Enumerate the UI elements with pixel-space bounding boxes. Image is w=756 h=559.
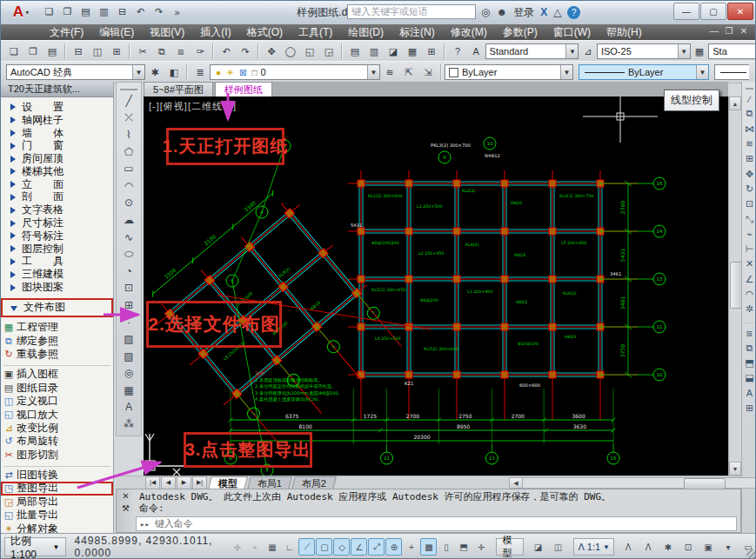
sidebar-item-block-pattern[interactable]: 图块图案 bbox=[1, 281, 113, 294]
arc-icon[interactable]: ◠ bbox=[117, 177, 141, 195]
draworder-below-icon[interactable]: ⬓ bbox=[742, 370, 756, 385]
tab-layout2[interactable]: 布局2 bbox=[291, 476, 337, 489]
command-input[interactable] bbox=[153, 517, 736, 530]
new-icon[interactable]: ❏ bbox=[5, 43, 23, 60]
matchprop-icon[interactable]: ✑ bbox=[191, 43, 209, 60]
sidebar-item-bind-xref[interactable]: ⧉绑定参照 bbox=[1, 334, 113, 347]
anno-vis-icon[interactable]: Λ bbox=[619, 538, 637, 556]
workspace-save-icon[interactable]: ◧ bbox=[165, 63, 183, 81]
hatch-icon[interactable]: ▨ bbox=[117, 330, 141, 348]
horizontal-scrollbar[interactable]: ◀ ▶ bbox=[509, 477, 756, 489]
menu-item[interactable]: 文件(F) bbox=[43, 24, 90, 40]
array-icon[interactable]: ⊞ bbox=[742, 151, 756, 166]
angle-toggle[interactable]: ∠ bbox=[351, 538, 367, 556]
revcloud-icon[interactable]: ☁ bbox=[117, 211, 141, 229]
dist-icon[interactable]: ⊞ bbox=[742, 401, 756, 416]
sidebar-item-dimension[interactable]: 尺寸标注 bbox=[1, 216, 113, 230]
sidebar-item-section[interactable]: 剖 面 bbox=[1, 191, 113, 204]
layer-states-icon[interactable]: ≋ bbox=[381, 63, 398, 81]
spline-icon[interactable]: ∿ bbox=[117, 229, 141, 246]
gradient-icon[interactable]: ▧ bbox=[117, 348, 141, 365]
table-style-combo[interactable]: Sta bbox=[708, 43, 756, 59]
draworder-front-icon[interactable]: ⧈ bbox=[742, 325, 756, 340]
rectangle-icon[interactable]: ▭ bbox=[117, 160, 141, 177]
make-block-icon[interactable]: ⊞ bbox=[117, 296, 141, 314]
sidebar-item-door-window[interactable]: 门 窗 bbox=[1, 139, 113, 152]
scale-button[interactable]: 比例 1:100 ▼ bbox=[4, 537, 66, 556]
explode-icon[interactable]: ✲ bbox=[742, 302, 756, 316]
sidebar-item-export-partial[interactable]: ◲局部导出 bbox=[1, 496, 113, 509]
viewport-label[interactable]: [-][俯视][二维线框] bbox=[149, 100, 237, 113]
sidebar-item-define-viewport[interactable]: ◫定义视口 bbox=[1, 395, 113, 408]
text-style-combo[interactable]: Standard ▼ bbox=[485, 43, 579, 59]
offset-icon[interactable]: ≋ bbox=[742, 136, 756, 151]
doc-restore-button[interactable]: ❐ bbox=[723, 26, 735, 36]
tab-prev-icon[interactable]: ◀ bbox=[161, 476, 176, 489]
undo-icon[interactable]: ↶ bbox=[217, 43, 235, 60]
tab-model[interactable]: 模型 bbox=[208, 476, 248, 489]
workspace-settings-icon[interactable]: ✱ bbox=[146, 63, 164, 81]
layer-match-icon[interactable]: ⇲ bbox=[419, 63, 437, 81]
plot-icon[interactable]: ⊟ bbox=[114, 3, 130, 20]
toolbar-grip[interactable] bbox=[746, 83, 753, 90]
help-icon[interactable]: ? bbox=[449, 43, 466, 60]
saveas-icon[interactable]: ▥ bbox=[96, 3, 112, 20]
ducs-toggle[interactable]: ⬒ bbox=[455, 538, 472, 556]
xline-icon[interactable]: ⤫ bbox=[117, 110, 141, 127]
ellipse-arc-icon[interactable]: ◔ bbox=[117, 263, 141, 280]
tab-next-icon[interactable]: ▶ bbox=[177, 476, 191, 489]
more-icon[interactable]: » bbox=[169, 3, 185, 20]
menu-item[interactable]: 参数(P) bbox=[496, 24, 545, 40]
zoom-window-icon[interactable]: ◱ bbox=[301, 43, 318, 60]
erase-icon[interactable]: ∕ bbox=[742, 91, 756, 106]
color-combo[interactable]: ByLayer ▼ bbox=[445, 64, 573, 80]
menu-item[interactable]: 标注(N) bbox=[392, 24, 442, 40]
fillet-icon[interactable]: ◠ bbox=[742, 287, 756, 302]
dyn-ucs-toggle[interactable]: + bbox=[403, 538, 419, 556]
toolpalette-icon[interactable]: ◪ bbox=[385, 43, 402, 60]
point-style-icon[interactable]: ⁂ bbox=[117, 416, 141, 433]
command-close-icon[interactable]: ✕ bbox=[122, 491, 129, 501]
open-icon[interactable]: ❐ bbox=[59, 3, 76, 20]
command-wrench-icon[interactable]: ⚒ bbox=[122, 503, 130, 513]
save-icon[interactable]: ▤ bbox=[43, 43, 61, 60]
doc-close-button[interactable]: ✕ bbox=[738, 26, 750, 36]
doc-tab-plan[interactable]: 5~8#平面图 bbox=[144, 82, 213, 96]
menu-item[interactable]: 插入(I) bbox=[193, 24, 238, 40]
tray-icon[interactable]: ▣ bbox=[699, 538, 717, 556]
polyline-icon[interactable]: ⌇ bbox=[117, 126, 141, 143]
publish-icon[interactable]: ⊞ bbox=[108, 43, 125, 60]
anno-auto-icon[interactable]: Λ bbox=[639, 538, 657, 556]
line-icon[interactable]: ╱ bbox=[117, 92, 141, 110]
dd-icon[interactable]: ▾ bbox=[719, 538, 737, 556]
snap-toggle[interactable]: ⊹ bbox=[229, 538, 245, 556]
draworder-above-icon[interactable]: ⬒ bbox=[742, 356, 756, 370]
resize-grip[interactable] bbox=[746, 549, 755, 558]
sidebar-item-drawing-cut[interactable]: ✂图形切割 bbox=[1, 448, 113, 461]
new-icon[interactable]: ❏ bbox=[41, 3, 57, 20]
doc-minimize-button[interactable]: — bbox=[708, 26, 720, 36]
point-icon[interactable]: · bbox=[117, 314, 141, 331]
break-icon[interactable]: ✕ bbox=[742, 256, 756, 271]
zoom-realtime-icon[interactable]: ◯ bbox=[282, 43, 299, 60]
properties-icon[interactable]: ▤ bbox=[346, 43, 364, 60]
sidebar-item-export-batch[interactable]: ◱批量导出 bbox=[1, 509, 113, 522]
sheetset-icon[interactable]: ▦ bbox=[404, 43, 421, 60]
sidebar-item-wall[interactable]: 墙 体 bbox=[1, 127, 113, 140]
sidebar-item-viewport-zoom[interactable]: ◱视口放大 bbox=[1, 408, 113, 421]
sun-icon[interactable]: ☀ bbox=[224, 68, 234, 77]
model-space-button[interactable]: 模型 bbox=[496, 538, 524, 556]
sidebar-item-stair-other[interactable]: 楼梯其他 bbox=[1, 165, 113, 178]
scroll-up-icon[interactable]: ▲ bbox=[729, 96, 741, 110]
save-icon[interactable]: ▤ bbox=[77, 3, 94, 20]
undo-icon[interactable]: ↶ bbox=[132, 3, 149, 20]
move-icon[interactable]: ✥ bbox=[742, 166, 756, 181]
command-input-row[interactable]: ▸▸ bbox=[136, 516, 737, 531]
toolbar-lock-icon[interactable]: ⊡ bbox=[679, 538, 697, 556]
polar-toggle[interactable]: ⟋ bbox=[298, 538, 315, 556]
bulb-icon[interactable]: ● bbox=[213, 68, 221, 77]
redo-icon[interactable]: ↷ bbox=[237, 43, 254, 60]
exchange-apps-icon[interactable]: X bbox=[540, 6, 547, 18]
layer-prev-icon[interactable]: ⇱ bbox=[400, 63, 418, 81]
menu-item[interactable]: 绘图(D) bbox=[341, 24, 391, 40]
